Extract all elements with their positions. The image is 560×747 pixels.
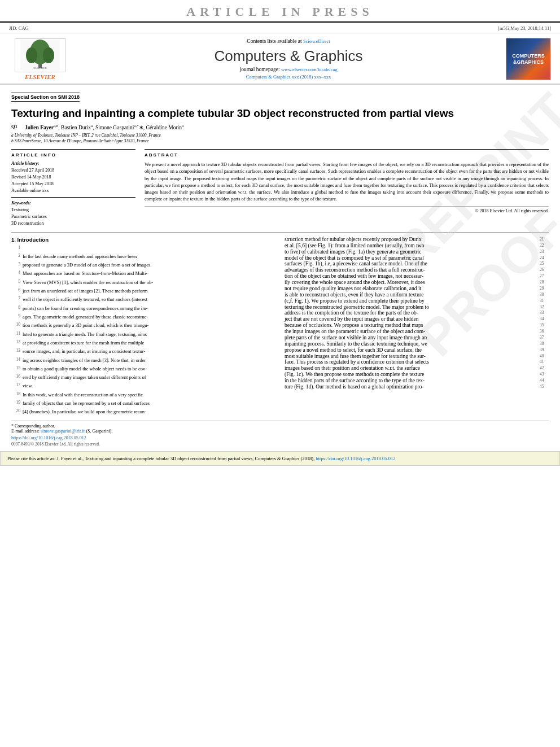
line-number-3: 3 (11, 261, 20, 268)
right-line-35: because of occlusions. We propose a text… (285, 322, 549, 329)
left-line-18: 18 In this work, we deal with the recons… (11, 391, 275, 398)
affiliation-a: a University of Toulouse, Toulouse INP –… (11, 133, 549, 139)
author1-name: Julien Fayer (25, 125, 54, 130)
svg-point-4 (43, 47, 54, 63)
right-text-37: plete parts of the surface not visible i… (285, 335, 537, 341)
right-text-40: most suitable images and fuse them toget… (285, 353, 537, 360)
right-lines-container: struction method for tubular objects rec… (285, 237, 549, 390)
right-text-33: address is the completion of the texture… (285, 310, 537, 316)
contents-prefix: Contents lists available at (247, 38, 301, 44)
left-line-6: 6 ject from an unordered set of images [… (11, 287, 275, 294)
keyword-3: 3D reconstruction (11, 220, 135, 227)
right-line-28: ily covering the whole space around the … (285, 279, 549, 286)
right-num-22: 22 (540, 243, 549, 249)
left-line-16: 16 ered by sufficiently many images take… (11, 374, 275, 381)
article-info-title: ARTICLE INFO (11, 152, 135, 158)
line-text-12: at providing a consistent texture for th… (23, 339, 275, 346)
email-link[interactable]: simone.gasparini@irit.fr (41, 429, 85, 434)
right-num-24: 24 (540, 255, 549, 261)
body-left-col: 1. Introduction 1 2 In the last decade m… (11, 237, 275, 417)
line-text-10: tion methods is generally a 3D point clo… (23, 322, 275, 329)
journal-title: Computers & Graphics (71, 47, 506, 65)
line-number-13: 13 (11, 348, 20, 355)
contents-line: Contents lists available at ScienceDirec… (71, 38, 506, 44)
right-text-24: model of the object that is composed by … (285, 255, 537, 261)
line-text-20: [4] (branches). In particular, we build … (23, 408, 275, 415)
line-text-4: Most approaches are based on Structure-f… (23, 270, 275, 277)
right-line-43: (Fig. 1c). We then propose some methods … (285, 372, 549, 378)
left-line-8: 8 points) can be found for creating corr… (11, 305, 275, 312)
q1-marker: Q1 (11, 124, 18, 129)
line-text-11: lated to generate a triangle mesh. The f… (23, 331, 275, 338)
citation-ref[interactable]: Computers & Graphics xxx (2018) xxx–xxx (246, 74, 331, 80)
special-section-wrapper: Special Section on SMI 2018 (11, 93, 549, 104)
copyright-line: © 2018 Elsevier Ltd. All rights reserved… (145, 206, 549, 213)
right-num-36: 36 (540, 329, 549, 335)
line-number-12: 12 (11, 339, 20, 346)
line-number-17: 17 (11, 382, 20, 389)
right-line-30: is able to reconstruct objects, even if … (285, 292, 549, 298)
right-line-37: plete parts of the surface not visible i… (285, 335, 549, 341)
line-text-3: proposed to generate a 3D model of an ob… (23, 261, 275, 268)
line-text-15: to obtain a good quality model the whole… (23, 365, 275, 372)
article-info-box: ARTICLE INFO Article history: Received 2… (11, 149, 135, 227)
right-line-25: surfaces (Fig. 1b), i.e, a piecewise can… (285, 261, 549, 267)
issn-line: 0097-8493/© 2018 Elsevier Ltd. All right… (11, 442, 549, 447)
line-number-9: 9 (11, 313, 20, 320)
right-text-34: ject that are not covered by the input i… (285, 316, 537, 322)
left-line-12: 12 at providing a consistent texture for… (11, 339, 275, 346)
citation-text: Please cite this article as: J. Fayer et… (7, 456, 314, 461)
right-text-23: to five) of calibrated images (Fig. 1a) … (285, 249, 537, 255)
right-num-29: 29 (540, 286, 549, 292)
left-line-14: 14 ing across neighbor triangles of the … (11, 357, 275, 364)
author4-name: , Géraldine Morin (143, 125, 182, 130)
journal-center: Contents lists available at ScienceDirec… (71, 38, 506, 80)
right-num-32: 32 (540, 304, 549, 311)
citation-doi-link[interactable]: https://doi.org/10.1016/j.cag.2018.05.01… (316, 456, 395, 461)
right-num-26: 26 (540, 267, 549, 273)
right-text-26: advantages of this reconstruction method… (285, 267, 537, 273)
journal-cover-image: COMPUTERS &GRAPHICS (506, 38, 550, 80)
right-num-23: 23 (540, 249, 549, 255)
right-num-30: 30 (540, 292, 549, 298)
right-num-44: 44 (540, 378, 549, 384)
line-number-10: 10 (11, 322, 20, 329)
journal-header: ELSEVIER ELSEVIER Contents lists availab… (0, 33, 560, 85)
left-line-7: 7 well if the object is sufficiently tex… (11, 296, 275, 303)
email-suffix: (S. Gasparini). (86, 429, 112, 434)
email-line: E-mail address: simone.gasparini@irit.fr… (11, 429, 549, 434)
authors-line: Q1 Julien Fayera,b, Bastien Durixa, Simo… (11, 124, 549, 130)
journal-cover: COMPUTERS &GRAPHICS (506, 38, 551, 80)
line-text-5: View Stereo (MVS) [1], which enables the… (23, 279, 275, 286)
body-right-col: struction method for tubular objects rec… (285, 237, 549, 417)
elsevier-logo-box: ELSEVIER (15, 38, 65, 72)
right-text-43: (Fig. 1c). We then propose some methods … (285, 372, 537, 378)
corresponding-star: ∗ (139, 125, 143, 130)
right-num-45: 45 (540, 384, 549, 390)
affiliation-b: b SAS InnerSense, 10 Avenue de l'Europe,… (11, 138, 549, 145)
right-num-28: 28 (540, 279, 549, 286)
right-num-33: 33 (540, 310, 549, 316)
footnotes: * Corresponding author. E-mail address: … (11, 421, 549, 447)
article-in-press-banner: ARTICLE IN PRESS (0, 0, 560, 23)
available-date: Available online xxx (11, 187, 135, 194)
homepage-link[interactable]: www.elsevier.com/locate/cag (281, 67, 338, 72)
right-text-32: texturing the reconstructed geometric mo… (285, 304, 537, 311)
right-num-39: 39 (540, 347, 549, 353)
line-text-9: ages. The geometric model generated by t… (23, 313, 275, 320)
line-number-6: 6 (11, 287, 20, 294)
right-line-44: in the hidden parts of the surface accor… (285, 378, 549, 384)
right-text-42: images based on their position and orien… (285, 365, 537, 372)
svg-text:ELSEVIER: ELSEVIER (33, 67, 47, 69)
right-line-41: face. This process is regulated by a con… (285, 359, 549, 365)
left-line-9: 9 ages. The geometric model generated by… (11, 313, 275, 320)
line-text-18: In this work, we deal with the reconstru… (23, 391, 275, 398)
right-num-42: 42 (540, 365, 549, 372)
right-line-22: et al. [5,6] (see Fig. 1): from a limite… (285, 243, 549, 249)
sciencedirect-link[interactable]: ScienceDirect (303, 38, 330, 44)
svg-point-3 (26, 47, 37, 63)
line-number-7: 7 (11, 296, 20, 303)
doi-link[interactable]: https://doi.org/10.1016/j.cag.2018.05.01… (11, 435, 549, 440)
author3-sup: a,* (134, 124, 138, 128)
section1-heading: 1. Introduction (11, 237, 275, 243)
